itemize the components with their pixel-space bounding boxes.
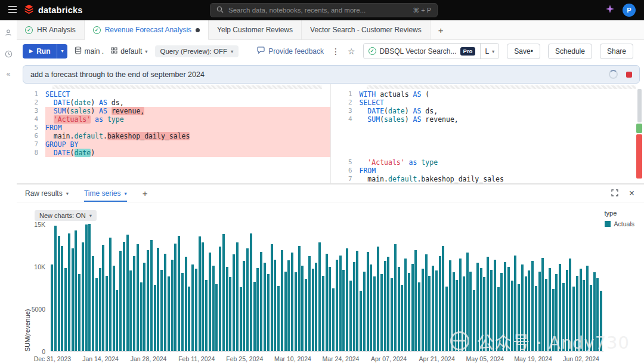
warehouse-size-dropdown[interactable]: L ▾: [480, 44, 499, 59]
line-number: 5: [17, 124, 45, 132]
code-line: 2SELECT: [331, 99, 644, 107]
chart-bar: [483, 277, 485, 351]
chart-bar: [143, 263, 145, 351]
warehouse-main: ✓ DBSQL Vector Search... Pro: [364, 47, 481, 56]
line-number: 1: [17, 90, 45, 99]
scrollbar-thumb[interactable]: [637, 89, 642, 122]
hamburger-menu-icon[interactable]: [8, 5, 17, 16]
run-button[interactable]: ▶ Run: [23, 44, 57, 59]
catalog-name: main .: [85, 47, 104, 56]
warehouse-size-label: L: [485, 47, 489, 56]
chart-bar: [349, 281, 352, 351]
add-visualization-button[interactable]: +: [143, 188, 148, 198]
prompt-text: add a forecast through to the end of sep…: [30, 70, 600, 79]
new-tab-button[interactable]: +: [431, 20, 451, 39]
chart-bar: [150, 240, 153, 351]
code-line: 7 main.default.bakeshop_daily_sales: [331, 175, 644, 183]
chart-bar: [212, 266, 215, 351]
user-nav-icon[interactable]: [4, 29, 13, 39]
chart-bar: [51, 264, 53, 351]
chart-bar: [473, 290, 475, 351]
code-line: 8 DATE(date): [17, 149, 330, 157]
databricks-logo-icon: [24, 4, 34, 17]
tab-hr-analysis[interactable]: ✓ HR Analysis: [17, 20, 85, 39]
play-icon: ▶: [29, 48, 33, 54]
diff-pane-original: 1SELECT2 DATE(date) AS ds,3 SUM(sales) A…: [17, 84, 330, 183]
chart-bar: [295, 272, 297, 351]
chart-bar: [545, 279, 547, 351]
results-tab-time-series[interactable]: Time series ▾: [84, 184, 127, 202]
save-button[interactable]: Save•: [507, 44, 540, 59]
chart-bar: [459, 259, 462, 351]
provide-feedback-link[interactable]: Provide feedback: [257, 47, 324, 56]
tab-vector-search-customer-reviews[interactable]: Vector Search - Customer Reviews: [302, 20, 431, 39]
x-axis-tick-label: Feb 11, 2024: [172, 355, 222, 362]
chart-bar: [329, 267, 331, 351]
kebab-menu-icon[interactable]: ⋮: [332, 47, 340, 56]
chart-bar: [596, 278, 599, 351]
x-axis-tick-label: Dec 31, 2023: [27, 355, 78, 362]
schedule-button[interactable]: Schedule: [548, 44, 592, 59]
chart-bar: [332, 288, 335, 351]
line-number: 5: [331, 158, 360, 167]
code-line: 1WITH actuals AS (: [331, 90, 644, 99]
loading-spinner-icon: [609, 70, 618, 79]
tab-revenue-forecast-analysis[interactable]: ✓ Revenue Forecast Analysis: [85, 20, 209, 40]
catalog-selector[interactable]: main .: [75, 47, 104, 56]
databricks-logo: databricks: [24, 4, 83, 17]
chart-bar: [580, 269, 582, 351]
chart-bar: [322, 276, 324, 351]
code-line: 3 DATE(date) AS ds,: [331, 107, 644, 115]
global-search[interactable]: ⌘ + P: [210, 3, 438, 17]
chart-bar: [168, 276, 170, 351]
line-number: 3: [17, 107, 45, 115]
search-input[interactable]: [228, 7, 408, 14]
expand-fullscreen-icon[interactable]: [611, 188, 618, 199]
chart-bar: [541, 258, 544, 351]
chart-bar: [160, 270, 163, 351]
query-preview-toggle[interactable]: Query (Preview): OFF ▾: [155, 45, 239, 57]
chart-bar: [61, 246, 63, 351]
chart-bar: [318, 242, 321, 351]
chart-bar: [271, 244, 273, 351]
warehouse-running-check-icon: ✓: [369, 47, 376, 55]
warehouse-selector[interactable]: ✓ DBSQL Vector Search... Pro L ▾: [363, 43, 500, 59]
schema-selector[interactable]: default ▾: [111, 47, 147, 56]
collapsed-lines-hatch: [367, 85, 636, 89]
chart-bar: [380, 274, 383, 351]
tab-yelp-customer-reviews[interactable]: Yelp Customer Reviews: [209, 20, 302, 39]
close-results-icon[interactable]: ×: [629, 189, 634, 198]
chart-bar: [521, 264, 524, 351]
chart-bar: [154, 285, 156, 351]
chart-bar: [205, 280, 208, 351]
chart-bar: [572, 287, 575, 351]
results-tab-raw[interactable]: Raw results ▾: [25, 184, 69, 202]
chart-bar: [514, 256, 516, 351]
code-line: 5FROM: [17, 124, 330, 132]
run-options-dropdown[interactable]: ▾: [57, 44, 67, 59]
line-number: 6: [331, 167, 360, 175]
chart-bar: [549, 268, 551, 351]
history-icon[interactable]: [5, 50, 13, 60]
new-charts-toggle[interactable]: New charts: ON ▾: [35, 210, 97, 221]
assistant-sparkle-icon[interactable]: [606, 5, 614, 16]
collapse-panel-icon[interactable]: «: [7, 70, 11, 78]
chart-bar: [404, 259, 407, 351]
favorite-star-icon[interactable]: ☆: [348, 47, 355, 56]
diff-minimap-scrollbar[interactable]: [636, 89, 642, 179]
share-button[interactable]: Share: [600, 44, 633, 59]
assistant-prompt-bar[interactable]: add a forecast through to the end of sep…: [23, 65, 640, 84]
chart-bar: [281, 250, 283, 351]
tab-label: Yelp Customer Reviews: [217, 26, 293, 34]
legend-item[interactable]: Actuals: [605, 220, 634, 227]
user-avatar[interactable]: P: [623, 4, 636, 17]
chart-bar: [367, 252, 369, 351]
tab-saved-check-icon: ✓: [25, 26, 33, 34]
sql-editor-diff[interactable]: 1SELECT2 DATE(date) AS ds,3 SUM(sales) A…: [17, 84, 644, 184]
chart-bar: [490, 270, 493, 351]
topbar-actions: P: [606, 4, 636, 17]
stop-generation-button[interactable]: [626, 72, 632, 78]
chart-bar: [102, 245, 104, 351]
chart-bar: [414, 250, 417, 351]
line-number: 8: [17, 149, 45, 157]
